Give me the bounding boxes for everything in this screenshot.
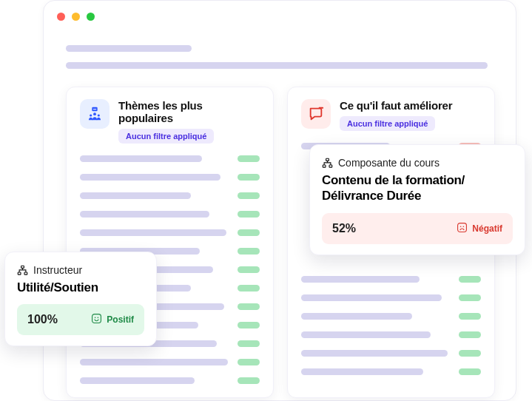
svg-rect-7 xyxy=(323,165,326,167)
svg-point-3 xyxy=(90,114,92,116)
svg-rect-5 xyxy=(319,107,323,109)
sad-face-icon xyxy=(457,222,468,235)
sitemap-icon xyxy=(17,265,28,276)
list-item xyxy=(301,368,481,375)
people-theme-icon xyxy=(80,99,110,129)
popular-filter-chip[interactable]: Aucun filtre appliqué xyxy=(118,129,214,144)
component-stat-row: 52% Négatif xyxy=(322,213,513,244)
chat-alert-icon xyxy=(301,99,331,129)
list-item xyxy=(80,211,260,218)
list-item xyxy=(301,294,481,301)
improve-filter-chip[interactable]: Aucun filtre appliqué xyxy=(340,116,435,131)
svg-point-17 xyxy=(98,317,99,319)
svg-rect-6 xyxy=(326,158,329,161)
instructor-sentiment: Positif xyxy=(107,314,134,325)
sitemap-icon xyxy=(322,158,333,169)
list-item xyxy=(80,359,260,365)
list-item xyxy=(80,192,260,199)
svg-rect-1 xyxy=(93,109,96,109)
instructor-stat-row: 100% Positif xyxy=(17,304,144,335)
list-item xyxy=(80,229,260,236)
instructor-percent: 100% xyxy=(27,313,58,326)
instructor-label: Utilité/Soutien xyxy=(17,280,144,295)
svg-rect-13 xyxy=(18,272,21,274)
instructor-category-text: Instructeur xyxy=(33,264,82,276)
list-item xyxy=(80,155,260,162)
list-item xyxy=(80,174,260,181)
list-item xyxy=(301,331,481,338)
instructor-category: Instructeur xyxy=(17,264,144,276)
svg-rect-9 xyxy=(458,223,467,232)
improve-panel-title: Ce qu'il faut améliorer xyxy=(340,99,481,112)
instructor-card[interactable]: Instructeur Utilité/Soutien 100% Positif xyxy=(4,252,157,346)
list-item xyxy=(301,276,481,283)
svg-point-16 xyxy=(95,317,96,319)
svg-point-2 xyxy=(93,112,96,115)
list-item xyxy=(301,350,481,357)
component-label: Contenu de la formation/ Délivrance Duré… xyxy=(322,172,513,204)
happy-face-icon xyxy=(91,313,102,326)
svg-rect-8 xyxy=(329,165,332,167)
component-category-text: Composante du cours xyxy=(338,157,440,169)
svg-point-11 xyxy=(463,226,465,227)
svg-point-4 xyxy=(98,114,100,116)
component-percent: 52% xyxy=(332,222,356,235)
close-icon[interactable] xyxy=(57,13,65,21)
list-item xyxy=(80,377,260,384)
popular-panel-title: Thèmes les plus populaires xyxy=(118,99,260,124)
svg-rect-15 xyxy=(92,314,101,323)
component-category: Composante du cours xyxy=(322,157,513,169)
svg-rect-12 xyxy=(21,266,24,268)
popular-themes-panel: Thèmes les plus populaires Aucun filtre … xyxy=(66,87,274,398)
component-sentiment: Négatif xyxy=(472,223,502,234)
course-component-card[interactable]: Composante du cours Contenu de la format… xyxy=(309,144,525,255)
svg-point-10 xyxy=(460,226,462,227)
page-header-skeleton xyxy=(66,45,495,69)
list-item xyxy=(301,313,481,320)
svg-rect-14 xyxy=(24,272,27,274)
